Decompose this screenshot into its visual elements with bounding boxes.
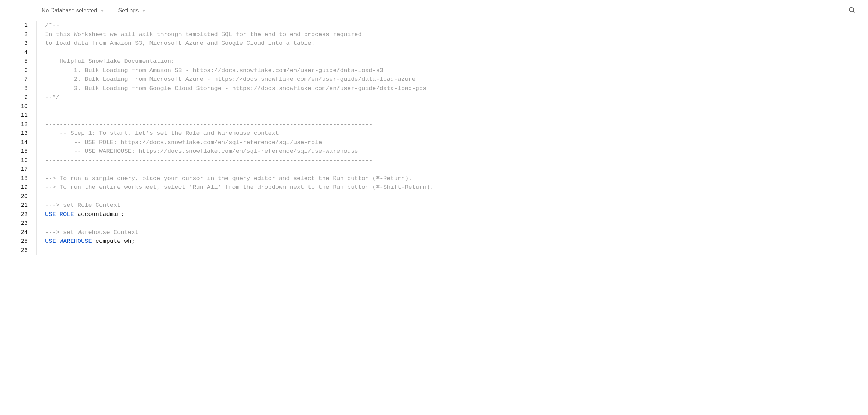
comment-token: 3. Bulk Loading from Google Cloud Storag… xyxy=(45,85,426,92)
code-line[interactable]: 2. Bulk Loading from Microsoft Azure - h… xyxy=(45,75,434,84)
code-line[interactable]: --> To run the entire worksheet, select … xyxy=(45,183,434,192)
line-number: 15 xyxy=(0,147,28,156)
comment-token: ----------------------------------------… xyxy=(45,157,372,164)
line-number: 19 xyxy=(0,183,28,192)
comment-token: ---> set Role Context xyxy=(45,202,121,209)
code-line[interactable]: --*/ xyxy=(45,93,434,102)
line-number: 13 xyxy=(0,129,28,138)
settings-label: Settings xyxy=(118,7,139,14)
line-number: 18 xyxy=(0,174,28,183)
code-line[interactable]: /*-- xyxy=(45,21,434,30)
line-number: 10 xyxy=(0,102,28,111)
comment-token: 2. Bulk Loading from Microsoft Azure - h… xyxy=(45,76,416,83)
code-line[interactable] xyxy=(45,219,434,228)
line-number: 4 xyxy=(0,48,28,57)
code-line[interactable] xyxy=(45,111,434,120)
keyword-token: USE ROLE xyxy=(45,211,74,218)
svg-line-1 xyxy=(853,11,855,13)
comment-token: ----------------------------------------… xyxy=(45,121,372,128)
code-editor[interactable]: 1234567891011121314151617181920212223242… xyxy=(0,21,868,255)
code-line[interactable]: --> To run a single query, place your cu… xyxy=(45,174,434,183)
line-number: 1 xyxy=(0,21,28,30)
svg-point-0 xyxy=(849,7,854,12)
line-number: 25 xyxy=(0,237,28,246)
code-line[interactable] xyxy=(45,48,434,57)
comment-token: 1. Bulk Loading from Amazon S3 - https:/… xyxy=(45,67,383,74)
comment-token: --> To run a single query, place your cu… xyxy=(45,175,412,182)
code-line[interactable]: In this Worksheet we will walk through t… xyxy=(45,30,434,39)
code-line[interactable]: USE ROLE accountadmin; xyxy=(45,210,434,219)
comment-token: -- Step 1: To start, let's set the Role … xyxy=(45,130,279,137)
comment-token: -- USE ROLE: https://docs.snowflake.com/… xyxy=(45,139,322,146)
line-number: 6 xyxy=(0,66,28,75)
code-line[interactable]: -- USE WAREHOUSE: https://docs.snowflake… xyxy=(45,147,434,156)
comment-token: In this Worksheet we will walk through t… xyxy=(45,31,362,38)
code-line[interactable]: to load data from Amazon S3, Microsoft A… xyxy=(45,39,434,48)
code-line[interactable]: 1. Bulk Loading from Amazon S3 - https:/… xyxy=(45,66,434,75)
code-line[interactable]: 3. Bulk Loading from Google Cloud Storag… xyxy=(45,84,434,93)
keyword-token: USE WAREHOUSE xyxy=(45,238,92,245)
text-token: accountadmin; xyxy=(74,211,124,218)
comment-token: Helpful Snowflake Documentation: xyxy=(45,58,175,65)
code-line[interactable]: ----------------------------------------… xyxy=(45,120,434,129)
line-number: 5 xyxy=(0,57,28,66)
code-line[interactable] xyxy=(45,165,434,174)
line-number: 24 xyxy=(0,228,28,237)
line-number: 16 xyxy=(0,156,28,165)
code-content[interactable]: /*--In this Worksheet we will walk throu… xyxy=(37,21,434,255)
code-line[interactable]: ---> set Role Context xyxy=(45,201,434,210)
line-number: 17 xyxy=(0,165,28,174)
comment-token: /*-- xyxy=(45,22,60,29)
line-number: 26 xyxy=(0,246,28,255)
code-line[interactable]: -- USE ROLE: https://docs.snowflake.com/… xyxy=(45,138,434,147)
line-number-gutter: 1234567891011121314151617181920212223242… xyxy=(0,21,37,255)
code-line[interactable]: ----------------------------------------… xyxy=(45,156,434,165)
line-number: 11 xyxy=(0,111,28,120)
text-token: compute_wh; xyxy=(92,238,135,245)
code-line[interactable]: -- Step 1: To start, let's set the Role … xyxy=(45,129,434,138)
line-number: 3 xyxy=(0,39,28,48)
comment-token: -- USE WAREHOUSE: https://docs.snowflake… xyxy=(45,148,358,155)
line-number: 8 xyxy=(0,84,28,93)
line-number: 2 xyxy=(0,30,28,39)
editor-toolbar: No Database selected Settings xyxy=(0,0,868,21)
line-number: 23 xyxy=(0,219,28,228)
comment-token: --> To run the entire worksheet, select … xyxy=(45,184,434,191)
settings-dropdown[interactable]: Settings xyxy=(118,7,146,14)
line-number: 9 xyxy=(0,93,28,102)
database-selector[interactable]: No Database selected xyxy=(42,7,104,14)
comment-token: to load data from Amazon S3, Microsoft A… xyxy=(45,40,315,47)
line-number: 22 xyxy=(0,210,28,219)
database-selector-label: No Database selected xyxy=(42,7,97,14)
line-number: 7 xyxy=(0,75,28,84)
code-line[interactable] xyxy=(45,102,434,111)
code-line[interactable] xyxy=(45,246,434,255)
line-number: 21 xyxy=(0,201,28,210)
line-number: 12 xyxy=(0,120,28,129)
search-icon xyxy=(848,6,855,13)
code-line[interactable]: USE WAREHOUSE compute_wh; xyxy=(45,237,434,246)
caret-down-icon xyxy=(100,10,104,12)
code-line[interactable]: Helpful Snowflake Documentation: xyxy=(45,57,434,66)
code-line[interactable]: ---> set Warehouse Context xyxy=(45,228,434,237)
search-button[interactable] xyxy=(846,4,857,17)
comment-token: --*/ xyxy=(45,94,60,101)
line-number: 20 xyxy=(0,192,28,201)
caret-down-icon xyxy=(142,10,146,12)
line-number: 14 xyxy=(0,138,28,147)
comment-token: ---> set Warehouse Context xyxy=(45,229,139,236)
code-line[interactable] xyxy=(45,192,434,201)
